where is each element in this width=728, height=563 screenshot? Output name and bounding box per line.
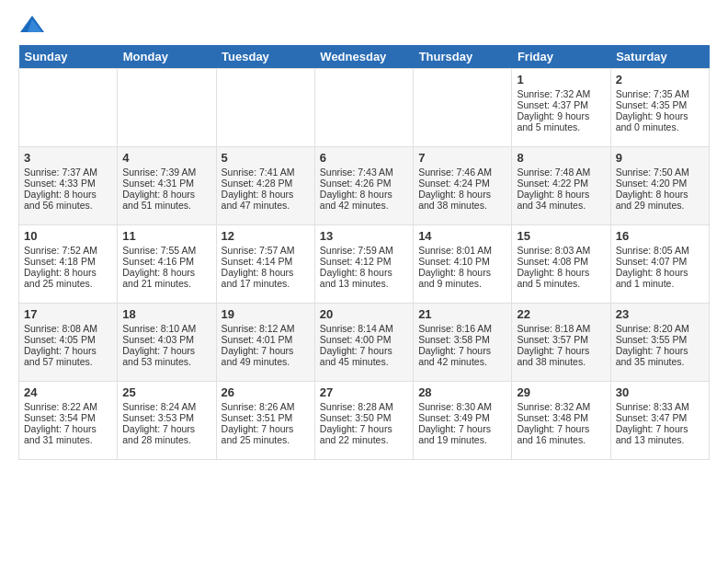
day-number: 30	[616, 385, 704, 399]
sunrise-text: Sunrise: 7:37 AM	[24, 167, 112, 178]
day-cell: 6Sunrise: 7:43 AMSunset: 4:26 PMDaylight…	[314, 147, 413, 225]
daylight-text: Daylight: 8 hours and 1 minute.	[616, 267, 704, 289]
day-number: 14	[418, 229, 506, 243]
sunset-text: Sunset: 4:05 PM	[24, 334, 112, 345]
sunrise-text: Sunrise: 7:32 AM	[517, 88, 605, 99]
sunset-text: Sunset: 3:53 PM	[122, 412, 210, 423]
sunset-text: Sunset: 4:37 PM	[517, 99, 605, 110]
sunrise-text: Sunrise: 8:10 AM	[122, 323, 210, 334]
calendar-header-row: SundayMondayTuesdayWednesdayThursdayFrid…	[19, 45, 710, 69]
day-cell: 3Sunrise: 7:37 AMSunset: 4:33 PMDaylight…	[19, 147, 118, 225]
sunset-text: Sunset: 3:57 PM	[517, 334, 605, 345]
daylight-text: Daylight: 8 hours and 51 minutes.	[122, 189, 210, 211]
day-header-wednesday: Wednesday	[314, 45, 413, 69]
week-row-4: 17Sunrise: 8:08 AMSunset: 4:05 PMDayligh…	[19, 304, 710, 382]
day-cell: 26Sunrise: 8:26 AMSunset: 3:51 PMDayligh…	[216, 382, 314, 460]
day-cell: 22Sunrise: 8:18 AMSunset: 3:57 PMDayligh…	[512, 304, 610, 382]
day-number: 4	[122, 151, 210, 165]
day-number: 16	[616, 229, 704, 243]
sunrise-text: Sunrise: 7:55 AM	[122, 245, 210, 256]
day-cell	[314, 69, 413, 147]
logo	[18, 14, 50, 36]
daylight-text: Daylight: 8 hours and 38 minutes.	[418, 189, 506, 211]
daylight-text: Daylight: 8 hours and 29 minutes.	[616, 189, 704, 211]
day-cell	[19, 69, 118, 147]
day-cell: 29Sunrise: 8:32 AMSunset: 3:48 PMDayligh…	[512, 382, 610, 460]
week-row-5: 24Sunrise: 8:22 AMSunset: 3:54 PMDayligh…	[19, 382, 710, 460]
header	[18, 14, 710, 36]
daylight-text: Daylight: 7 hours and 53 minutes.	[122, 345, 210, 367]
day-number: 9	[616, 151, 704, 165]
sunset-text: Sunset: 4:35 PM	[616, 99, 704, 110]
sunset-text: Sunset: 4:12 PM	[320, 256, 408, 267]
sunrise-text: Sunrise: 8:33 AM	[616, 401, 704, 412]
day-number: 27	[320, 385, 408, 399]
day-number: 17	[24, 307, 112, 321]
sunset-text: Sunset: 4:16 PM	[122, 256, 210, 267]
daylight-text: Daylight: 7 hours and 45 minutes.	[320, 345, 408, 367]
day-number: 5	[222, 151, 310, 165]
sunset-text: Sunset: 4:18 PM	[24, 256, 112, 267]
page: SundayMondayTuesdayWednesdayThursdayFrid…	[0, 0, 728, 469]
day-cell	[414, 69, 512, 147]
sunrise-text: Sunrise: 8:03 AM	[517, 245, 605, 256]
daylight-text: Daylight: 8 hours and 21 minutes.	[122, 267, 210, 289]
day-cell: 30Sunrise: 8:33 AMSunset: 3:47 PMDayligh…	[610, 382, 709, 460]
daylight-text: Daylight: 8 hours and 17 minutes.	[222, 267, 310, 289]
sunrise-text: Sunrise: 8:12 AM	[222, 323, 310, 334]
day-cell: 4Sunrise: 7:39 AMSunset: 4:31 PMDaylight…	[118, 147, 216, 225]
sunrise-text: Sunrise: 7:52 AM	[24, 245, 112, 256]
day-cell: 10Sunrise: 7:52 AMSunset: 4:18 PMDayligh…	[19, 225, 118, 304]
sunset-text: Sunset: 4:28 PM	[222, 178, 310, 189]
day-cell: 23Sunrise: 8:20 AMSunset: 3:55 PMDayligh…	[610, 304, 709, 382]
day-number: 26	[222, 385, 310, 399]
sunset-text: Sunset: 3:50 PM	[320, 412, 408, 423]
daylight-text: Daylight: 8 hours and 42 minutes.	[320, 189, 408, 211]
sunset-text: Sunset: 4:10 PM	[418, 256, 506, 267]
day-cell: 17Sunrise: 8:08 AMSunset: 4:05 PMDayligh…	[19, 304, 118, 382]
day-number: 3	[24, 151, 112, 165]
sunrise-text: Sunrise: 7:59 AM	[320, 245, 408, 256]
day-cell: 18Sunrise: 8:10 AMSunset: 4:03 PMDayligh…	[118, 304, 216, 382]
daylight-text: Daylight: 9 hours and 0 minutes.	[616, 110, 704, 132]
day-cell: 1Sunrise: 7:32 AMSunset: 4:37 PMDaylight…	[512, 69, 610, 147]
daylight-text: Daylight: 8 hours and 25 minutes.	[24, 267, 112, 289]
sunrise-text: Sunrise: 8:30 AM	[418, 401, 506, 412]
sunrise-text: Sunrise: 8:18 AM	[517, 323, 605, 334]
daylight-text: Daylight: 8 hours and 47 minutes.	[222, 189, 310, 211]
sunrise-text: Sunrise: 7:35 AM	[616, 88, 704, 99]
daylight-text: Daylight: 7 hours and 13 minutes.	[616, 423, 704, 445]
week-row-1: 1Sunrise: 7:32 AMSunset: 4:37 PMDaylight…	[19, 69, 710, 147]
day-cell: 25Sunrise: 8:24 AMSunset: 3:53 PMDayligh…	[118, 382, 216, 460]
day-number: 23	[616, 307, 704, 321]
sunset-text: Sunset: 3:58 PM	[418, 334, 506, 345]
day-number: 25	[122, 385, 210, 399]
sunset-text: Sunset: 4:03 PM	[122, 334, 210, 345]
day-header-saturday: Saturday	[610, 45, 709, 69]
daylight-text: Daylight: 8 hours and 34 minutes.	[517, 189, 605, 211]
day-number: 1	[517, 73, 605, 86]
day-cell	[216, 69, 314, 147]
daylight-text: Daylight: 7 hours and 22 minutes.	[320, 423, 408, 445]
sunrise-text: Sunrise: 8:32 AM	[517, 401, 605, 412]
day-header-tuesday: Tuesday	[216, 45, 314, 69]
sunrise-text: Sunrise: 8:05 AM	[616, 245, 704, 256]
sunset-text: Sunset: 4:00 PM	[320, 334, 408, 345]
sunrise-text: Sunrise: 7:50 AM	[616, 167, 704, 178]
day-cell: 15Sunrise: 8:03 AMSunset: 4:08 PMDayligh…	[512, 225, 610, 304]
daylight-text: Daylight: 8 hours and 5 minutes.	[517, 267, 605, 289]
day-number: 18	[122, 307, 210, 321]
sunset-text: Sunset: 4:33 PM	[24, 178, 112, 189]
daylight-text: Daylight: 9 hours and 5 minutes.	[517, 110, 605, 132]
day-cell: 13Sunrise: 7:59 AMSunset: 4:12 PMDayligh…	[314, 225, 413, 304]
daylight-text: Daylight: 7 hours and 57 minutes.	[24, 345, 112, 367]
day-number: 19	[222, 307, 310, 321]
day-cell: 24Sunrise: 8:22 AMSunset: 3:54 PMDayligh…	[19, 382, 118, 460]
day-cell: 5Sunrise: 7:41 AMSunset: 4:28 PMDaylight…	[216, 147, 314, 225]
daylight-text: Daylight: 7 hours and 42 minutes.	[418, 345, 506, 367]
sunset-text: Sunset: 4:31 PM	[122, 178, 210, 189]
week-row-3: 10Sunrise: 7:52 AMSunset: 4:18 PMDayligh…	[19, 225, 710, 304]
day-number: 8	[517, 151, 605, 165]
day-number: 10	[24, 229, 112, 243]
day-number: 6	[320, 151, 408, 165]
